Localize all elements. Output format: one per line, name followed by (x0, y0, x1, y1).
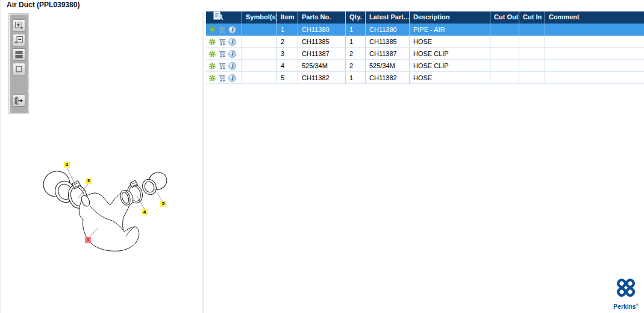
header-parts-no[interactable]: Parts No. (298, 11, 346, 24)
cell-cut-out (490, 36, 519, 48)
exploded-view-diagram (1, 11, 202, 313)
table-row[interactable]: 2 CH11385 1 CH11385 HOSE (206, 36, 644, 48)
callout-label-4[interactable]: 4 (142, 209, 148, 215)
parts-catalog-window: Air Duct (PPL039380) (0, 0, 644, 313)
cell-comment (545, 24, 644, 36)
cell-symbols (242, 24, 277, 36)
cell-symbols (242, 60, 277, 72)
cell-latest-part: CH11387 (366, 48, 410, 60)
cell-latest-part: CH11385 (366, 36, 410, 48)
cell-cut-out (490, 72, 519, 84)
cell-comment (545, 36, 644, 48)
callout-label-2[interactable]: 2 (64, 162, 70, 168)
cell-item: 5 (277, 72, 298, 84)
cart-icon[interactable] (218, 37, 227, 46)
callout-label-3[interactable]: 3 (86, 178, 92, 184)
header-cut-in[interactable]: Cut In (519, 11, 545, 24)
header-item[interactable]: Item (277, 11, 298, 24)
parts-table: Symbol(s) Item Parts No. Qty. Latest Par… (206, 11, 644, 84)
cell-comment (545, 48, 644, 60)
cell-description: HOSE (410, 36, 490, 48)
cell-latest-part: CH11380 (366, 24, 410, 36)
cell-parts-no: CH11387 (298, 48, 346, 60)
table-row[interactable]: 3 CH11387 2 CH11387 HOSE CLIP (206, 48, 644, 60)
cell-cut-in (519, 72, 545, 84)
cell-cut-in (519, 24, 545, 36)
cell-description: HOSE CLIP (410, 48, 490, 60)
cell-cut-in (519, 48, 545, 60)
cart-icon[interactable] (218, 62, 227, 70)
info-icon[interactable] (228, 62, 236, 70)
row-actions (206, 36, 242, 48)
gear-icon[interactable] (208, 25, 216, 34)
cell-qty: 2 (346, 48, 366, 60)
cell-cut-out (490, 48, 519, 60)
cell-cut-in (519, 60, 545, 72)
table-row[interactable]: 1 CH11380 1 CH11380 PIPE - AIR (206, 24, 644, 36)
row-actions (206, 60, 242, 72)
cell-symbols (242, 72, 277, 84)
cart-icon[interactable] (218, 25, 227, 34)
header-latest-part[interactable]: Latest Part... (366, 11, 410, 24)
cart-icon[interactable] (218, 49, 227, 58)
callout-label-5[interactable]: 5 (160, 201, 166, 207)
perkins-logo: Perkins® (611, 277, 640, 310)
callout-label-1[interactable]: 1 (85, 237, 91, 243)
row-actions (206, 24, 242, 36)
cell-cut-out (490, 24, 519, 36)
gear-icon[interactable] (208, 74, 216, 82)
cell-item: 4 (277, 60, 298, 72)
diagram-panel: 1 2 3 4 5 (1, 11, 202, 313)
gear-icon[interactable] (208, 49, 216, 58)
cell-qty: 1 (346, 36, 366, 48)
table-header-row: Symbol(s) Item Parts No. Qty. Latest Par… (206, 11, 644, 24)
cell-cut-out (490, 60, 519, 72)
info-icon[interactable] (228, 38, 236, 46)
gear-icon[interactable] (208, 37, 216, 46)
info-icon[interactable] (228, 74, 236, 82)
header-comment[interactable]: Comment (545, 11, 644, 24)
perkins-logo-text: Perkins® (611, 303, 640, 310)
cell-symbols (242, 36, 277, 48)
table-row[interactable]: 4 525/34M 2 525/34M HOSE CLIP (206, 60, 644, 72)
cell-symbols (242, 48, 277, 60)
gear-icon[interactable] (208, 62, 216, 70)
row-actions (206, 72, 242, 84)
cell-parts-no: CH11382 (298, 72, 346, 84)
header-qty[interactable]: Qty. (346, 11, 366, 24)
cell-qty: 1 (346, 24, 366, 36)
header-symbols[interactable]: Symbol(s) (242, 11, 277, 24)
cell-description: HOSE (410, 72, 490, 84)
row-actions (206, 48, 242, 60)
page-title: Air Duct (PPL039380) (7, 1, 80, 9)
header-actions-column[interactable] (206, 11, 242, 24)
part-search-icon (213, 11, 224, 24)
cart-icon[interactable] (218, 74, 227, 82)
cell-qty: 1 (346, 72, 366, 84)
table-row[interactable]: 5 CH11382 1 CH11382 HOSE (206, 72, 644, 84)
cell-latest-part: 525/34M (366, 60, 410, 72)
cell-parts-no: CH11385 (298, 36, 346, 48)
cell-comment (545, 72, 644, 84)
cell-cut-in (519, 36, 545, 48)
cell-latest-part: CH11382 (366, 72, 410, 84)
cell-qty: 2 (346, 60, 366, 72)
cell-comment (545, 60, 644, 72)
perkins-rings-icon (614, 292, 638, 303)
header-description[interactable]: Description (410, 11, 490, 24)
cell-description: HOSE CLIP (410, 60, 490, 72)
cell-parts-no: CH11380 (298, 24, 346, 36)
cell-item: 1 (277, 24, 298, 36)
cell-parts-no: 525/34M (298, 60, 346, 72)
header-cut-out[interactable]: Cut Out (490, 11, 519, 24)
registered-mark: ® (636, 303, 639, 307)
info-icon[interactable] (228, 26, 236, 34)
cell-item: 3 (277, 48, 298, 60)
info-icon[interactable] (228, 50, 236, 58)
cell-description: PIPE - AIR (410, 24, 490, 36)
panel-splitter[interactable] (202, 11, 204, 313)
cell-item: 2 (277, 36, 298, 48)
